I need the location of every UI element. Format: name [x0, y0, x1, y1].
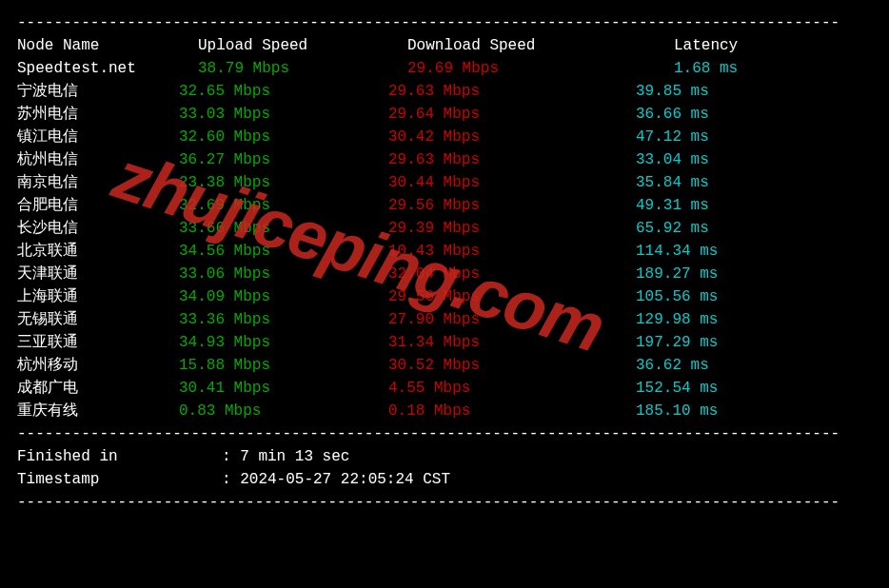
node-name-cell: 天津联通 [17, 263, 179, 285]
upload-cell: 36.27 Mbps [179, 148, 388, 171]
download-cell: 4.55 Mbps [388, 377, 607, 400]
download-cell: 30.44 Mbps [388, 171, 607, 194]
table-row: 合肥电信32.69 Mbps29.56 Mbps49.31 ms [17, 194, 872, 217]
node-name-cell: 镇江电信 [17, 126, 179, 148]
latency-cell: 36.66 ms [607, 103, 798, 126]
download-cell: 31.34 Mbps [388, 331, 607, 354]
download-cell: 29.39 Mbps [388, 217, 607, 240]
table-row: 北京联通34.56 Mbps10.43 Mbps114.34 ms [17, 240, 872, 263]
upload-cell: 33.03 Mbps [179, 103, 388, 126]
dashed-separator-top: ----------------------------------------… [17, 11, 872, 34]
latency-cell: 36.62 ms [607, 354, 798, 377]
latency-cell: 129.98 ms [607, 308, 798, 331]
download-cell: 29.56 Mbps [388, 194, 607, 217]
upload-cell: 32.69 Mbps [179, 194, 388, 217]
table-row: 上海联通34.09 Mbps29.56 Mbps105.56 ms [17, 285, 872, 308]
node-name-cell: 成都广电 [17, 377, 179, 400]
footer-finished-label: Finished in [17, 445, 222, 468]
table-row: 天津联通33.06 Mbps32.04 Mbps189.27 ms [17, 263, 872, 285]
download-cell: 32.04 Mbps [388, 263, 607, 285]
latency-cell: 197.29 ms [607, 331, 798, 354]
download-cell: 10.43 Mbps [388, 240, 607, 263]
node-name-cell: 长沙电信 [17, 217, 179, 240]
upload-cell: 32.60 Mbps [179, 126, 388, 148]
dashed-separator-mid: ----------------------------------------… [17, 422, 872, 445]
download-cell: 30.42 Mbps [388, 126, 607, 148]
table-row: 镇江电信32.60 Mbps30.42 Mbps47.12 ms [17, 126, 872, 148]
node-name-cell: 杭州移动 [17, 354, 179, 377]
latency-cell: 39.85 ms [607, 80, 798, 103]
download-cell: 29.69 Mbps [407, 57, 626, 80]
dashed-separator-bottom: ----------------------------------------… [17, 491, 872, 514]
node-name-cell: 无锡联通 [17, 308, 179, 331]
table-row: 三亚联通34.93 Mbps31.34 Mbps197.29 ms [17, 331, 872, 354]
latency-cell: 47.12 ms [607, 126, 798, 148]
node-name-cell: 宁波电信 [17, 80, 179, 103]
footer-timestamp-value: : 2024-05-27 22:05:24 CST [222, 468, 450, 491]
table-row: 苏州电信33.03 Mbps29.64 Mbps36.66 ms [17, 103, 872, 126]
upload-cell: 0.83 Mbps [179, 400, 388, 422]
table-row: 杭州电信36.27 Mbps29.63 Mbps33.04 ms [17, 148, 872, 171]
latency-cell: 33.04 ms [607, 148, 798, 171]
upload-cell: 34.09 Mbps [179, 285, 388, 308]
footer-finished-value: : 7 min 13 sec [222, 445, 349, 468]
header-download-speed: Download Speed [407, 34, 626, 57]
upload-cell: 33.36 Mbps [179, 308, 388, 331]
node-name-cell: 苏州电信 [17, 103, 179, 126]
latency-cell: 105.56 ms [607, 285, 798, 308]
upload-cell: 38.79 Mbps [198, 57, 407, 80]
footer-timestamp-label: Timestamp [17, 468, 222, 491]
latency-cell: 152.54 ms [607, 377, 798, 400]
latency-cell: 189.27 ms [607, 263, 798, 285]
node-name-cell: 三亚联通 [17, 331, 179, 354]
upload-cell: 15.88 Mbps [179, 354, 388, 377]
node-name-cell: 上海联通 [17, 285, 179, 308]
table-row: 成都广电30.41 Mbps4.55 Mbps152.54 ms [17, 377, 872, 400]
latency-cell: 49.31 ms [607, 194, 798, 217]
download-cell: 29.56 Mbps [388, 285, 607, 308]
footer-finished-row: Finished in : 7 min 13 sec [17, 445, 872, 468]
upload-cell: 32.65 Mbps [179, 80, 388, 103]
download-cell: 29.63 Mbps [388, 148, 607, 171]
header-upload-speed: Upload Speed [198, 34, 407, 57]
upload-cell: 33.66 Mbps [179, 217, 388, 240]
download-cell: 27.90 Mbps [388, 308, 607, 331]
node-name-cell: 合肥电信 [17, 194, 179, 217]
table-header-row: Node Name Upload Speed Download Speed La… [17, 34, 872, 57]
node-name-cell: 重庆有线 [17, 400, 179, 422]
node-name-cell: 南京电信 [17, 171, 179, 194]
upload-cell: 33.06 Mbps [179, 263, 388, 285]
latency-cell: 114.34 ms [607, 240, 798, 263]
upload-cell: 23.38 Mbps [179, 171, 388, 194]
upload-cell: 34.56 Mbps [179, 240, 388, 263]
table-row: 重庆有线0.83 Mbps0.18 Mbps185.10 ms [17, 400, 872, 422]
upload-cell: 30.41 Mbps [179, 377, 388, 400]
upload-cell: 34.93 Mbps [179, 331, 388, 354]
latency-cell: 65.92 ms [607, 217, 798, 240]
node-name-cell: 北京联通 [17, 240, 179, 263]
table-row: 南京电信23.38 Mbps30.44 Mbps35.84 ms [17, 171, 872, 194]
download-cell: 29.64 Mbps [388, 103, 607, 126]
table-row: 杭州移动15.88 Mbps30.52 Mbps36.62 ms [17, 354, 872, 377]
latency-cell: 1.68 ms [626, 57, 817, 80]
latency-cell: 185.10 ms [607, 400, 798, 422]
table-row: 宁波电信32.65 Mbps29.63 Mbps39.85 ms [17, 80, 872, 103]
node-name-cell: 杭州电信 [17, 148, 179, 171]
download-cell: 29.63 Mbps [388, 80, 607, 103]
latency-cell: 35.84 ms [607, 171, 798, 194]
table-row: Speedtest.net 38.79 Mbps 29.69 Mbps 1.68… [17, 57, 872, 80]
download-cell: 30.52 Mbps [388, 354, 607, 377]
download-cell: 0.18 Mbps [388, 400, 607, 422]
header-latency: Latency [626, 34, 817, 57]
footer-timestamp-row: Timestamp : 2024-05-27 22:05:24 CST [17, 468, 872, 491]
header-node-name: Node Name [17, 34, 198, 57]
node-name-cell: Speedtest.net [17, 57, 198, 80]
table-row: 长沙电信33.66 Mbps29.39 Mbps65.92 ms [17, 217, 872, 240]
table-row: 无锡联通33.36 Mbps27.90 Mbps129.98 ms [17, 308, 872, 331]
